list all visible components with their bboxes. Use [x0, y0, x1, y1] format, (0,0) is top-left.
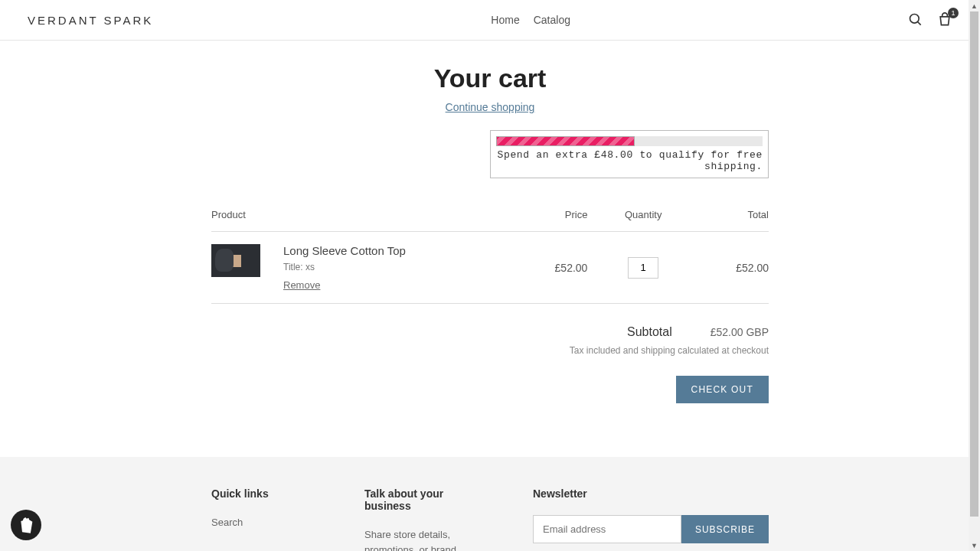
cart-icon[interactable]: 1	[937, 12, 952, 28]
th-product: Product	[211, 209, 518, 232]
nav-home[interactable]: Home	[491, 14, 519, 26]
about-text: Share store details, promotions, or bran…	[364, 527, 487, 551]
footer-about: Talk about your business Share store det…	[364, 487, 487, 551]
email-input[interactable]	[533, 515, 681, 543]
cart-item-row: Long Sleeve Cotton Top Title: xs Remove …	[211, 232, 769, 304]
newsletter-title: Newsletter	[533, 487, 769, 500]
item-price: £52.00	[518, 232, 587, 304]
scrollbar-down-icon[interactable]: ▼	[969, 540, 980, 551]
continue-shopping-link[interactable]: Continue shopping	[211, 101, 769, 113]
shipping-progress-fill	[496, 136, 635, 146]
scrollbar-up-icon[interactable]: ▲	[969, 0, 980, 11]
th-total: Total	[699, 209, 769, 232]
page-title: Your cart	[211, 64, 769, 93]
scrollbar[interactable]: ▲ ▼	[969, 0, 980, 551]
svg-point-0	[910, 15, 920, 24]
nav-catalog[interactable]: Catalog	[534, 14, 570, 26]
subtotal-value: £52.00 GBP	[710, 326, 769, 338]
product-image[interactable]	[211, 244, 260, 277]
footer-newsletter: Newsletter SUBSCRIBE	[533, 487, 769, 551]
checkout-button[interactable]: CHECK OUT	[676, 376, 769, 403]
store-logo[interactable]: VERDANT SPARK	[28, 14, 153, 27]
scrollbar-thumb[interactable]	[970, 11, 978, 517]
product-variant: Title: xs	[283, 262, 406, 272]
shopify-icon[interactable]	[11, 510, 41, 540]
product-cell: Long Sleeve Cotton Top Title: xs Remove	[211, 244, 518, 291]
cart-container: Your cart Continue shopping Spend an ext…	[211, 64, 769, 434]
header-icons: 1	[908, 12, 952, 28]
item-total: £52.00	[699, 232, 769, 304]
cart-totals: Subtotal £52.00 GBP Tax included and shi…	[211, 325, 769, 403]
cart-count-badge: 1	[948, 8, 959, 18]
shipping-progress-track	[496, 136, 763, 146]
main-nav: Home Catalog	[491, 14, 570, 26]
th-quantity: Quantity	[587, 209, 699, 232]
cart-table: Product Price Quantity Total Long Sleeve…	[211, 209, 769, 304]
subscribe-button[interactable]: SUBSCRIBE	[681, 515, 769, 543]
search-icon[interactable]	[908, 12, 923, 28]
subtotal-label: Subtotal	[627, 325, 672, 339]
site-footer: Quick links Search Talk about your busin…	[0, 457, 980, 551]
remove-link[interactable]: Remove	[283, 279, 320, 291]
quantity-input[interactable]	[628, 257, 658, 279]
footer-quick-links: Quick links Search	[211, 487, 318, 551]
quick-links-title: Quick links	[211, 487, 318, 500]
svg-line-1	[918, 22, 921, 25]
free-shipping-box: Spend an extra £48.00 to qualify for fre…	[490, 130, 769, 178]
about-title: Talk about your business	[364, 487, 487, 512]
footer-search-link[interactable]: Search	[211, 517, 243, 528]
th-price: Price	[518, 209, 587, 232]
site-header: VERDANT SPARK Home Catalog 1	[0, 0, 980, 41]
tax-note: Tax included and shipping calculated at …	[211, 345, 769, 356]
product-name[interactable]: Long Sleeve Cotton Top	[283, 244, 406, 257]
shipping-message: Spend an extra £48.00 to qualify for fre…	[496, 149, 763, 172]
